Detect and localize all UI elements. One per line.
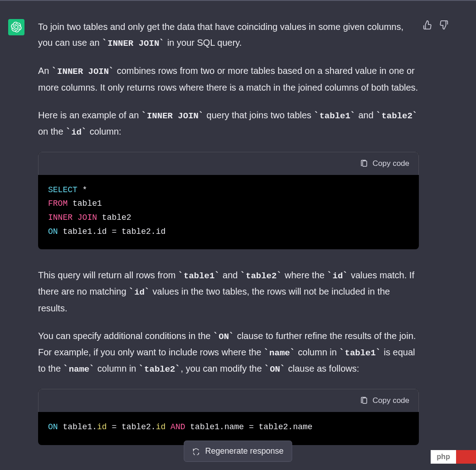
- inline-code: ON: [270, 364, 280, 374]
- inline-code: ON: [219, 332, 229, 342]
- inline-code: table2: [144, 364, 175, 374]
- copy-code-button[interactable]: Copy code: [38, 152, 419, 175]
- thumbs-up-button[interactable]: [423, 19, 432, 29]
- inline-code: id: [71, 127, 82, 137]
- inline-code: id: [134, 287, 145, 297]
- svg-rect-1: [363, 398, 367, 403]
- inline-code: INNER JOIN: [107, 39, 159, 48]
- thumbs-up-icon: [423, 20, 432, 30]
- assistant-message: To join two tables and only get the data…: [0, 1, 476, 470]
- copy-code-button[interactable]: Copy code: [38, 389, 419, 412]
- code-content: SELECT * FROM table1 INNER JOIN table2 O…: [38, 175, 419, 249]
- inline-code: table1: [184, 271, 214, 281]
- php-badge-text: php: [431, 451, 456, 463]
- svg-rect-0: [363, 161, 367, 166]
- thumbs-down-button[interactable]: [439, 19, 449, 29]
- paragraph-1: To join two tables and only get the data…: [38, 19, 419, 51]
- code-block-1: Copy code SELECT * FROM table1 INNER JOI…: [38, 152, 419, 249]
- paragraph-5: You can specify additional conditions in…: [38, 328, 419, 378]
- copy-code-label: Copy code: [373, 157, 409, 170]
- clipboard-icon: [360, 160, 368, 168]
- inline-code: table2: [381, 111, 412, 121]
- feedback-buttons: [423, 19, 449, 29]
- inline-code: INNER JOIN: [147, 111, 199, 121]
- inline-code: table1: [345, 348, 376, 358]
- inline-code: name: [69, 364, 90, 374]
- inline-code: table1: [319, 111, 350, 121]
- code-block-2: Copy code ON table1.id = table2.id AND t…: [38, 389, 419, 445]
- message-content: To join two tables and only get the data…: [38, 19, 419, 463]
- inline-code: id: [332, 271, 343, 281]
- regenerate-label: Regenerate response: [205, 446, 283, 456]
- code-content: ON table1.id = table2.id AND table1.name…: [38, 412, 419, 445]
- thumbs-down-icon: [439, 20, 449, 30]
- paragraph-3: Here is an example of an `INNER JOIN` qu…: [38, 107, 419, 141]
- copy-code-label: Copy code: [373, 394, 409, 407]
- paragraph-2: An `INNER JOIN` combines rows from two o…: [38, 63, 419, 95]
- inline-code: INNER JOIN: [57, 67, 109, 77]
- php-badge-accent: [456, 450, 476, 464]
- inline-code: name: [269, 348, 290, 358]
- openai-logo-icon: [11, 22, 22, 33]
- paragraph-4: This query will return all rows from `ta…: [38, 267, 419, 316]
- assistant-avatar: [8, 19, 24, 35]
- inline-code: table2: [246, 271, 277, 281]
- php-watermark-badge: php: [431, 450, 476, 464]
- regenerate-response-button[interactable]: Regenerate response: [184, 441, 292, 462]
- refresh-icon: [192, 448, 199, 455]
- clipboard-icon: [360, 397, 368, 405]
